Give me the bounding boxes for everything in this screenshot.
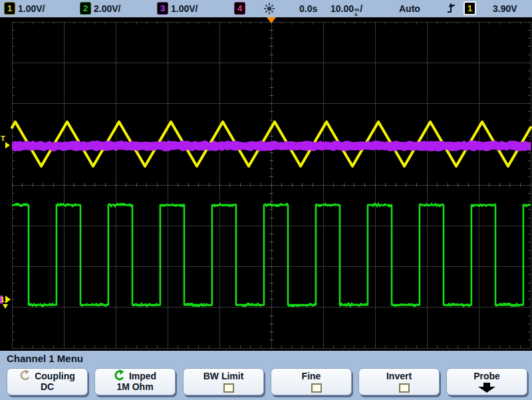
- markers: T1: [0, 17, 276, 309]
- softkey-bw-limit[interactable]: BW Limit: [183, 368, 264, 395]
- trigger-source-badge: 1: [464, 1, 476, 15]
- softkey-imped[interactable]: Imped 1M Ohm: [94, 368, 176, 395]
- submenu-arrow-icon: [447, 382, 527, 395]
- checkbox-unchecked-icon: [399, 383, 410, 393]
- knob-rotate-icon: [19, 369, 31, 383]
- softkey-probe[interactable]: Probe: [446, 368, 527, 395]
- waveform-canvas: T1: [0, 17, 532, 351]
- time-offset: 0.0s: [299, 3, 317, 14]
- trigger-level-marker-icon: T: [1, 134, 5, 142]
- edge-trigger-icon: [446, 3, 456, 16]
- softkey-coupling[interactable]: Coupling DC: [7, 368, 88, 395]
- timebase-value: 10.00: [331, 3, 354, 14]
- softkey-label: Imped: [129, 371, 156, 381]
- channel-3-badge: 3: [157, 2, 168, 15]
- softkey-invert[interactable]: Invert: [358, 368, 440, 395]
- channel-2-badge: 2: [80, 2, 91, 15]
- intensity-sun-icon: [262, 2, 277, 17]
- timebase: 10.00ms/: [331, 3, 362, 17]
- menu-title: Channel 1 Menu: [7, 353, 83, 364]
- trigger-mode: Auto: [399, 3, 420, 14]
- softkey-bar: Coupling DC Imped 1M Ohm BW Limit Fine I…: [0, 366, 532, 400]
- channel-1-badge: 1: [4, 2, 15, 15]
- graticule: [12, 22, 531, 348]
- checkbox-unchecked-icon: [311, 383, 322, 393]
- softkey-label: Probe: [473, 371, 500, 381]
- oscilloscope-display: T1: [0, 17, 532, 351]
- softkey-value: 1M Ohm: [95, 381, 175, 393]
- knob-rotate-icon-active: [114, 369, 126, 383]
- channel-3-scale: 1.00V/: [171, 3, 198, 14]
- softkey-fine[interactable]: Fine: [271, 368, 352, 395]
- softkey-value: DC: [7, 381, 87, 393]
- softkey-label: BW Limit: [203, 371, 244, 381]
- channel-2-scale: 2.00V/: [94, 3, 120, 14]
- softkey-label: Coupling: [35, 371, 75, 381]
- status-bar: 1 1.00V/ 2 2.00V/ 3 1.00V/ 4 0.0s 10.00m…: [0, 0, 532, 17]
- channel-3-waveform: [12, 140, 531, 151]
- softkey-label: Fine: [302, 371, 321, 381]
- trigger-time-marker-icon: [267, 17, 276, 23]
- channel-4-badge: 4: [234, 2, 245, 15]
- timebase-unit: ms: [354, 7, 359, 17]
- menu-title-bar: Channel 1 Menu: [0, 351, 532, 366]
- checkbox-unchecked-icon: [223, 383, 234, 393]
- channel-1-ground-marker-icon: 1: [1, 296, 5, 303]
- softkey-label: Invert: [386, 371, 412, 381]
- channel-1-scale: 1.00V/: [18, 3, 45, 14]
- trigger-level: 3.90V: [493, 3, 517, 14]
